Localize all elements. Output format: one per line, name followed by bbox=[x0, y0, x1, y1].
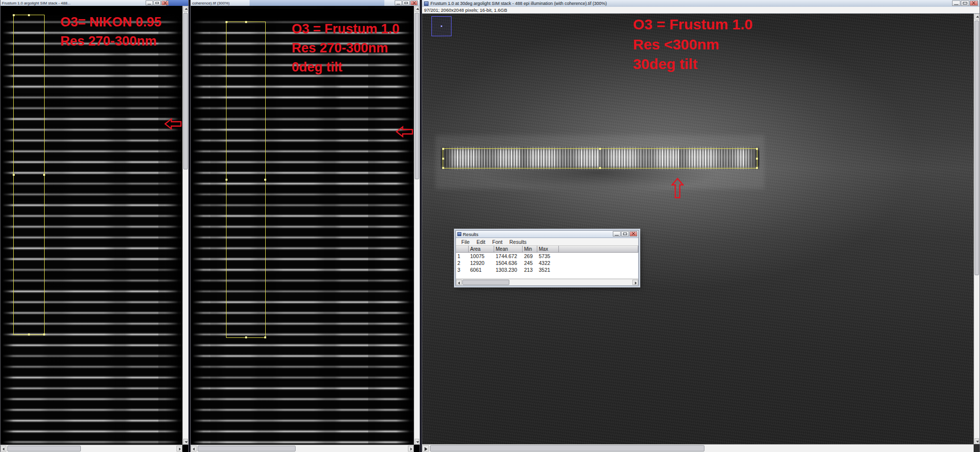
maximize-icon[interactable] bbox=[621, 231, 629, 237]
results-horizontal-scrollbar[interactable] bbox=[456, 279, 638, 285]
column-header-mean[interactable]: Mean bbox=[494, 246, 523, 252]
close-icon[interactable] bbox=[161, 0, 169, 5]
table-row[interactable]: 2 12920 1504.636 245 4322 bbox=[456, 260, 638, 266]
annotation-line: O3= NIKON 0.95 bbox=[60, 13, 161, 32]
roi-rectangle[interactable] bbox=[13, 15, 45, 335]
results-title: Results bbox=[463, 232, 478, 237]
minimize-icon[interactable] bbox=[146, 0, 153, 5]
roi-square-blue[interactable] bbox=[431, 16, 452, 36]
scrollbar-thumb[interactable] bbox=[415, 13, 419, 179]
close-icon[interactable] bbox=[970, 0, 978, 6]
window-controls bbox=[952, 0, 978, 6]
roi-handle[interactable] bbox=[756, 167, 758, 169]
cell-area: 12920 bbox=[469, 260, 494, 266]
roi-handle[interactable] bbox=[28, 14, 30, 16]
roi-handle[interactable] bbox=[43, 174, 45, 176]
scroll-up-icon[interactable] bbox=[183, 6, 188, 12]
menu-file[interactable]: File bbox=[458, 239, 473, 245]
column-header-min[interactable]: Min bbox=[523, 246, 537, 252]
column-header-blank[interactable] bbox=[456, 246, 469, 252]
scroll-left-icon[interactable] bbox=[191, 446, 197, 452]
close-icon[interactable] bbox=[629, 231, 637, 237]
vertical-scrollbar[interactable] bbox=[414, 6, 420, 445]
cell-max: 4322 bbox=[537, 260, 559, 266]
window-titlebar[interactable]: coherence).tif (300%) bbox=[191, 0, 420, 6]
menu-font[interactable]: Font bbox=[489, 239, 506, 245]
imagej-window-frustum-30deg: Frustum 1.0 at 30deg argolight SIM stack… bbox=[422, 0, 980, 452]
minimize-icon[interactable] bbox=[952, 0, 960, 6]
column-header-max[interactable]: Max bbox=[537, 246, 559, 252]
cell-row-number: 1 bbox=[456, 253, 469, 260]
background-window-fragment bbox=[166, 0, 188, 6]
scrollbar-thumb[interactable] bbox=[7, 446, 81, 452]
results-titlebar[interactable]: Results bbox=[456, 231, 638, 238]
roi-handle[interactable] bbox=[245, 336, 247, 338]
window-title: coherence).tif (300%) bbox=[192, 1, 229, 5]
up-arrow-icon bbox=[671, 177, 684, 199]
results-window: Results File Edit Font Results Area Mean… bbox=[455, 230, 639, 286]
scroll-left-icon[interactable] bbox=[0, 446, 6, 452]
roi-handle[interactable] bbox=[756, 158, 758, 160]
maximize-icon[interactable] bbox=[153, 0, 161, 5]
roi-rectangle[interactable] bbox=[226, 22, 266, 338]
roi-handle[interactable] bbox=[13, 14, 15, 16]
microscopy-sim-image bbox=[422, 14, 974, 444]
roi-handle[interactable] bbox=[264, 336, 266, 338]
scrollbar-thumb[interactable] bbox=[183, 13, 188, 169]
column-header-area[interactable]: Area bbox=[469, 246, 494, 252]
roi-handle[interactable] bbox=[43, 333, 45, 335]
scroll-down-icon[interactable] bbox=[975, 438, 979, 444]
image-canvas[interactable]: O3 = Frustum 1.0 Res <300nm 30deg tilt R… bbox=[422, 14, 974, 444]
roi-anchor-dot bbox=[441, 25, 442, 27]
annotation-line: Res <300nm bbox=[633, 35, 753, 55]
roi-handle[interactable] bbox=[226, 21, 227, 23]
roi-handle[interactable] bbox=[442, 167, 444, 169]
scroll-down-icon[interactable] bbox=[415, 439, 419, 445]
scrollbar-thumb[interactable] bbox=[462, 280, 509, 285]
vertical-scrollbar[interactable] bbox=[182, 6, 188, 445]
roi-handle[interactable] bbox=[756, 148, 758, 150]
scroll-left-icon[interactable] bbox=[456, 280, 462, 285]
roi-rectangle[interactable] bbox=[443, 148, 757, 168]
roi-handle[interactable] bbox=[28, 333, 30, 335]
minimize-icon[interactable] bbox=[613, 231, 621, 237]
table-row[interactable]: 3 6061 1303.230 213 3521 bbox=[456, 266, 638, 273]
scroll-up-icon[interactable] bbox=[415, 6, 419, 12]
scrollbar-thumb[interactable] bbox=[198, 446, 296, 452]
roi-handle[interactable] bbox=[245, 21, 247, 23]
roi-handle[interactable] bbox=[264, 179, 266, 181]
roi-handle[interactable] bbox=[599, 167, 601, 169]
vertical-scrollbar[interactable] bbox=[974, 14, 980, 444]
cell-area: 6061 bbox=[469, 266, 494, 273]
play-icon[interactable] bbox=[422, 445, 429, 452]
image-canvas[interactable]: O3 = Frustum 1.0 Res 270-300nm 0deg tilt bbox=[191, 6, 414, 445]
scroll-right-icon[interactable] bbox=[632, 280, 638, 285]
roi-handle[interactable] bbox=[226, 179, 227, 181]
minimize-icon[interactable] bbox=[395, 0, 402, 5]
horizontal-scrollbar[interactable] bbox=[191, 445, 414, 452]
scroll-up-icon[interactable] bbox=[975, 14, 979, 20]
maximize-icon[interactable] bbox=[402, 0, 410, 5]
scrollbar-thumb[interactable] bbox=[975, 21, 979, 275]
close-icon[interactable] bbox=[410, 0, 418, 5]
stripe-band-shadow bbox=[436, 167, 762, 217]
horizontal-scrollbar[interactable] bbox=[0, 445, 182, 452]
roi-handle[interactable] bbox=[442, 148, 444, 150]
roi-handle[interactable] bbox=[13, 174, 15, 176]
table-row[interactable]: 1 10075 1744.672 269 5735 bbox=[456, 253, 638, 260]
image-canvas[interactable]: O3= NIKON 0.95 Res 270-300nm bbox=[0, 6, 182, 445]
roi-handle[interactable] bbox=[599, 148, 601, 150]
menu-results[interactable]: Results bbox=[506, 239, 530, 245]
annotation-line: O3 = Frustum 1.0 bbox=[633, 15, 753, 35]
window-titlebar[interactable]: Frustum 1.0 argolight SIM stack - 488... bbox=[0, 0, 188, 6]
maximize-icon[interactable] bbox=[961, 0, 969, 6]
window-titlebar[interactable]: Frustum 1.0 at 30deg argolight SIM stack… bbox=[422, 0, 980, 7]
stack-slider[interactable] bbox=[422, 444, 974, 452]
menu-edit[interactable]: Edit bbox=[473, 239, 489, 245]
scroll-right-icon[interactable] bbox=[176, 446, 182, 452]
imagej-window-nikon: Frustum 1.0 argolight SIM stack - 488...… bbox=[0, 0, 189, 452]
roi-handle[interactable] bbox=[442, 158, 444, 160]
slider-thumb[interactable] bbox=[430, 445, 704, 452]
scroll-down-icon[interactable] bbox=[183, 439, 188, 445]
scroll-right-icon[interactable] bbox=[408, 446, 414, 452]
